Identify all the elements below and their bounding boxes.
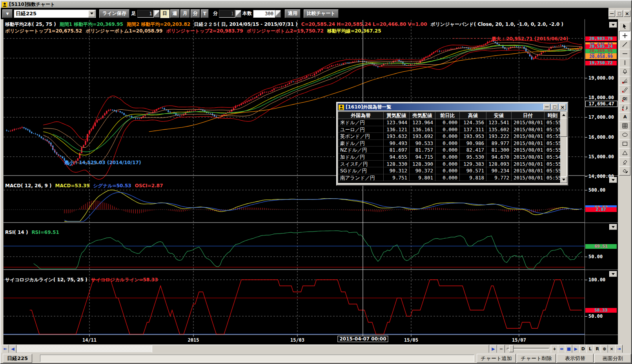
value-cell: 0.000: [435, 167, 460, 174]
close-button[interactable]: ×: [624, 10, 630, 17]
pane-scale-dropdown[interactable]: [609, 22, 617, 28]
forex-table-row[interactable]: SGドル／円90.31290.3720.00090.57190.2342015/…: [338, 167, 566, 174]
horizontal-line-tool-button[interactable]: [619, 49, 630, 58]
currency-pair-cell: NZドル／円: [338, 147, 384, 154]
scroll-up-button[interactable]: [560, 112, 567, 118]
play-button[interactable]: ▶: [572, 345, 580, 353]
vertical-line-tool-button[interactable]: [619, 58, 630, 67]
forex-scrollbar[interactable]: [560, 112, 566, 183]
forex-column-header[interactable]: 安値: [486, 112, 512, 119]
pane-scale-dropdown[interactable]: [609, 271, 617, 277]
forex-column-header[interactable]: 高値: [460, 112, 486, 119]
stop-button[interactable]: ■: [565, 345, 572, 353]
legend-item: ボリンジャーボトム2=19,750.72: [247, 28, 324, 34]
period-day-button[interactable]: 日: [160, 9, 169, 18]
price-axis-column: 19,000.0018,000.0017,000.0016,000.0015,0…: [585, 19, 618, 344]
text-tool-button[interactable]: A: [619, 112, 630, 121]
zoom-in-button[interactable]: +: [551, 345, 558, 353]
forex-minimize-button[interactable]: —: [543, 104, 550, 110]
forex-maximize-button[interactable]: □: [551, 104, 558, 110]
value-cell: 123.964: [410, 119, 435, 126]
fit-width-button[interactable]: ⇹: [558, 345, 565, 353]
quote-tool-button[interactable]: Q: [619, 94, 630, 103]
value-cell: 82.417: [460, 147, 486, 154]
eraser-tool-button[interactable]: [619, 157, 630, 167]
scroll-home-button[interactable]: ⇤: [2, 345, 9, 353]
forex-window-titlebar[interactable]: [1610]外国為替一覧 — □ ×: [338, 103, 567, 110]
toggle-display-button[interactable]: 表示切替: [557, 354, 594, 363]
window-titlebar[interactable]: [5110]指数チャート: [1, 1, 631, 8]
clear-all-tool-button[interactable]: [619, 166, 630, 176]
axis-tick: [585, 190, 587, 190]
maximize-button[interactable]: □: [616, 10, 623, 17]
log-scale-button[interactable]: L: [586, 345, 594, 353]
delete-chart-button[interactable]: チャート削除: [517, 354, 556, 363]
forex-table-row[interactable]: 豪ドル／円90.49390.5330.00090.98689.9772015/0…: [338, 140, 566, 147]
scrollbar-thumb[interactable]: [560, 118, 567, 137]
pane-scale-dropdown[interactable]: [609, 224, 617, 230]
scroll-end-button[interactable]: ⇥: [615, 345, 623, 353]
ashi-input[interactable]: 1: [137, 10, 154, 18]
close-zoom-button[interactable]: ×: [608, 345, 616, 353]
day-mode-button[interactable]: D: [579, 345, 587, 353]
combo-dropdown-button[interactable]: [88, 10, 95, 17]
minute-input[interactable]: 1: [219, 10, 235, 18]
scroll-right-button[interactable]: ▶: [490, 345, 497, 353]
forex-table-row[interactable]: 加ドル／円94.65594.7150.00095.53094.6702015/0…: [338, 154, 566, 161]
scrollbar-thumb[interactable]: [152, 345, 489, 353]
value-cell: 9.751: [384, 174, 410, 181]
alert-tool-button[interactable]: [619, 67, 630, 76]
period-tick-button[interactable]: T: [201, 9, 209, 18]
value-cell: 129.383: [460, 161, 486, 168]
forex-close-button[interactable]: ×: [559, 104, 566, 110]
forex-table-row[interactable]: 南アランド／円9.7519.8010.0009.8189.7722015/08/…: [338, 174, 566, 181]
minute-spinner[interactable]: [235, 10, 241, 18]
currency-pair-cell: ユーロ／円: [338, 126, 384, 133]
bars-spinner[interactable]: [275, 10, 281, 18]
forex-table-row[interactable]: スイスF／円128.330128.3900.000129.383128.0932…: [338, 161, 566, 168]
zoom-out-button[interactable]: −: [497, 345, 505, 353]
triangle-tool-button[interactable]: [619, 148, 630, 158]
forex-column-header[interactable]: 売気配値: [410, 112, 435, 119]
forex-column-header[interactable]: 日付: [512, 112, 545, 119]
scroll-down-button[interactable]: [560, 176, 567, 183]
forex-column-header[interactable]: 前日比: [435, 112, 460, 119]
ellipse-tool-button[interactable]: [619, 130, 630, 139]
chart-tab-nikkei225[interactable]: 日経225: [3, 354, 32, 363]
fan-lines-tool-button[interactable]: [619, 76, 630, 85]
magnify-button[interactable]: ⊕: [601, 345, 608, 353]
compare-chart-button[interactable]: 比較チャート: [304, 9, 339, 18]
forex-column-header[interactable]: 時刻: [545, 112, 561, 119]
bars-input[interactable]: 300: [253, 10, 275, 18]
right-scale-button[interactable]: R: [594, 345, 601, 353]
symbol-combobox[interactable]: 日経225: [14, 9, 96, 18]
forex-column-header[interactable]: 買気配値: [384, 112, 410, 119]
trendline-tool-button[interactable]: [619, 40, 630, 49]
symbol-list-button[interactable]: ▼: [2, 9, 13, 18]
value-cell: 94.715: [410, 154, 435, 161]
value-cell: 9.818: [460, 174, 486, 181]
grid-tool-button[interactable]: [619, 121, 630, 130]
forex-table-row[interactable]: 米ドル／円123.944123.9640.000124.356123.54120…: [338, 119, 566, 126]
forex-table-row[interactable]: ユーロ／円136.121136.1610.000137.311135.60220…: [338, 126, 566, 133]
axis-tick: [585, 280, 587, 280]
period-month-button[interactable]: 月: [180, 9, 190, 18]
gann-lines-tool-button[interactable]: [619, 85, 630, 94]
zoom-slider-thumb[interactable]: [509, 345, 514, 352]
forex-table-row[interactable]: NZドル／円81.69781.7570.00082.41781.3002015/…: [338, 147, 566, 154]
period-minute-button[interactable]: 分: [191, 9, 200, 18]
split-screen-button[interactable]: 画面分割: [594, 354, 631, 363]
crosshair-tool-button[interactable]: [619, 31, 630, 40]
minimize-button[interactable]: —: [608, 10, 615, 17]
cycle-lines-tool-button[interactable]: [619, 103, 630, 112]
rectangle-tool-button[interactable]: [619, 139, 630, 148]
forex-table-row[interactable]: 英ポンド／円193.632193.6920.000193.953193.2222…: [338, 133, 566, 140]
ashi-spinner[interactable]: [154, 10, 160, 18]
scroll-left-button[interactable]: ◀: [9, 345, 16, 353]
add-chart-button[interactable]: チャート追加: [477, 354, 516, 363]
forex-column-header[interactable]: 外国為替: [338, 112, 384, 119]
line-save-button[interactable]: ライン保存: [99, 9, 129, 18]
apply-button[interactable]: 適用: [285, 9, 301, 18]
period-week-button[interactable]: 週: [170, 9, 180, 18]
pointer-tool-button[interactable]: [619, 22, 630, 31]
